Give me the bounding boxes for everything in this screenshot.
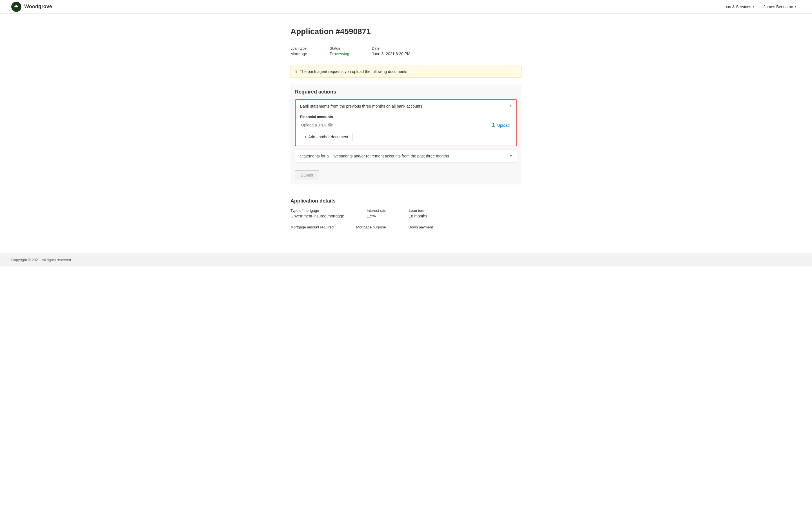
upload-button[interactable]: Upload: [489, 121, 512, 129]
svg-rect-2: [14, 6, 18, 7]
accordion-label-bank-statements: Bank statements from the previous three …: [300, 104, 422, 108]
mortgage-purpose-field: Mortgage purpose: [356, 225, 386, 230]
required-actions-title: Required actions: [295, 89, 517, 95]
mortgage-amount-label: Mortgage amount required: [290, 225, 334, 229]
file-input[interactable]: [301, 123, 484, 127]
application-details-section: Application details Type of mortgage Gov…: [290, 198, 522, 230]
user-chevron-icon: ▾: [795, 5, 796, 8]
status-value: Processing: [330, 52, 349, 56]
nav-loan-services[interactable]: Loan & Services ▾: [718, 2, 759, 11]
submit-button[interactable]: Submit: [295, 170, 319, 180]
type-of-mortgage-value: Government-insured mortgage: [290, 214, 344, 218]
accordion-chevron-up-icon: ∧: [509, 104, 512, 108]
accordion-body-bank-statements: Financial accounts Upload: [295, 112, 517, 146]
loan-type-value: Mortgage: [290, 52, 307, 56]
accordion-chevron-down-icon: ∨: [510, 154, 512, 158]
page-title: Application #4590871: [290, 27, 522, 36]
nav-loan-services-label: Loan & Services: [722, 4, 751, 9]
accordion-header-bank-statements[interactable]: Bank statements from the previous three …: [295, 100, 517, 112]
svg-rect-1: [14, 8, 18, 8]
interest-rate-value: 1.5%: [367, 214, 376, 218]
type-of-mortgage-field: Type of mortgage Government-insured mort…: [290, 209, 344, 218]
upload-label: Upload: [497, 123, 510, 128]
down-payment-label: Down payment: [409, 225, 433, 229]
add-icon: +: [304, 135, 307, 139]
banner-text: The bank agent requests you upload the f…: [300, 69, 407, 74]
required-actions-section: Required actions Bank statements from th…: [290, 84, 522, 184]
upload-row: Upload: [300, 121, 512, 129]
info-banner: ℹ The bank agent requests you upload the…: [290, 65, 522, 78]
type-of-mortgage-label: Type of mortgage: [290, 209, 344, 213]
mortgage-purpose-label: Mortgage purpose: [356, 225, 386, 229]
loan-type-label: Loan type: [290, 46, 307, 50]
details-row-1: Type of mortgage Government-insured mort…: [290, 209, 522, 218]
main-content: Application #4590871 Loan type Mortgage …: [279, 13, 533, 253]
down-payment-field: Down payment: [409, 225, 433, 230]
logo-icon: [11, 2, 21, 12]
mortgage-amount-field: Mortgage amount required: [290, 225, 334, 230]
status-label: Status: [330, 46, 349, 50]
file-input-wrapper[interactable]: [300, 121, 485, 129]
date-value: June 3, 2021 8:20 PM: [372, 52, 410, 56]
accordion-item-investments: Statements for all investments and/or re…: [295, 150, 517, 163]
header: Woodgrove Loan & Services ▾ James Bennat…: [0, 0, 812, 13]
logo-text: Woodgrove: [24, 4, 52, 10]
footer: Copyright © 2021. All rights reserved: [0, 253, 812, 267]
application-details-title: Application details: [290, 198, 522, 204]
date-label: Date: [372, 46, 410, 50]
details-row-2: Mortgage amount required Mortgage purpos…: [290, 225, 522, 230]
loan-term-field: Loan term 18 months: [409, 209, 427, 218]
loan-services-chevron-icon: ▾: [753, 5, 754, 8]
loan-term-value: 18 months: [409, 214, 427, 218]
financial-accounts-label: Financial accounts: [300, 115, 512, 119]
add-document-button[interactable]: + Add another document: [300, 133, 353, 141]
accordion-header-investments[interactable]: Statements for all investments and/or re…: [295, 150, 517, 162]
footer-text: Copyright © 2021. All rights reserved: [11, 258, 71, 262]
header-right: Loan & Services ▾ James Bennaton ▾: [718, 2, 801, 11]
date-field: Date June 3, 2021 8:20 PM: [372, 46, 410, 56]
nav-user[interactable]: James Bennaton ▾: [759, 2, 801, 11]
upload-icon: [491, 122, 496, 128]
accordion-item-bank-statements: Bank statements from the previous three …: [295, 100, 517, 146]
user-label: James Bennaton: [764, 4, 793, 9]
application-info: Loan type Mortgage Status Processing Dat…: [290, 46, 522, 56]
info-icon: ℹ: [295, 69, 297, 74]
interest-rate-label: Interest rate: [367, 209, 386, 213]
status-field: Status Processing: [330, 46, 349, 56]
accordion-label-investments: Statements for all investments and/or re…: [300, 154, 449, 158]
loan-term-label: Loan term: [409, 209, 427, 213]
interest-rate-field: Interest rate 1.5%: [367, 209, 386, 218]
loan-type-field: Loan type Mortgage: [290, 46, 307, 56]
add-document-label: Add another document: [308, 135, 348, 139]
logo: Woodgrove: [11, 2, 52, 12]
